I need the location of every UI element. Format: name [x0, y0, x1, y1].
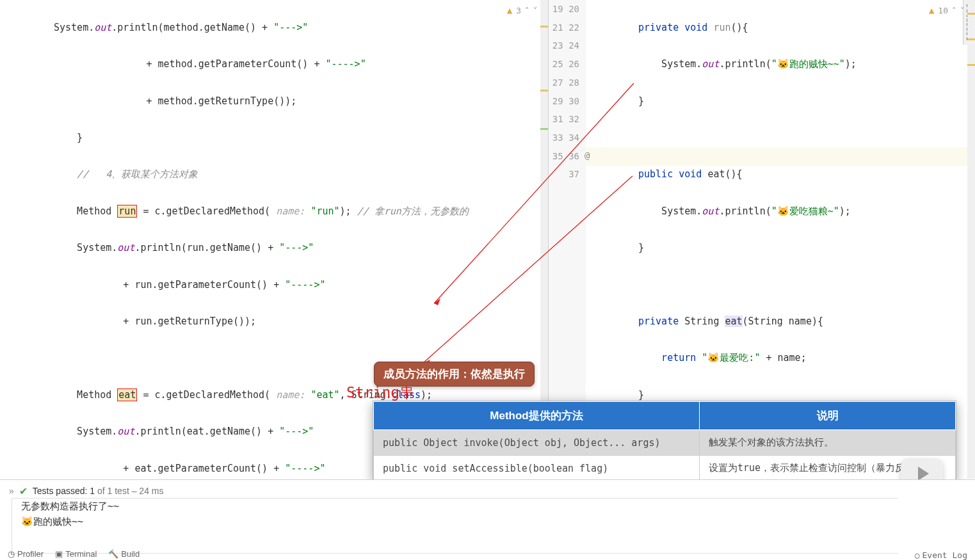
console-line: 无参数构造器执行了~~ — [21, 499, 889, 514]
annotation-label-string: String串 — [346, 383, 414, 403]
event-log-button[interactable]: ○ Event Log — [915, 550, 967, 560]
override-gutter-icon[interactable]: @ — [584, 150, 590, 161]
tab-profiler[interactable]: ◷ Profiler — [8, 549, 44, 559]
tab-build[interactable]: 🔨 Build — [108, 549, 140, 559]
tab-terminal[interactable]: ▣ Terminal — [55, 549, 97, 559]
console-line: 🐱跑的贼快~~ — [21, 514, 889, 529]
popup-th-desc: 说明 — [700, 402, 956, 430]
method-help-popup: Method提供的方法 说明 public Object invoke(Obje… — [373, 401, 956, 482]
bottom-tool-tabs[interactable]: ◷ Profiler ▣ Terminal 🔨 Build — [8, 547, 140, 560]
popup-cell: public void setAccessible(boolean flag) — [374, 456, 700, 481]
check-icon: ✔ — [19, 485, 28, 497]
run-console[interactable]: 无参数构造器执行了~~ 🐱跑的贼快~~ — [12, 498, 898, 554]
popup-cell: public Object invoke(Object obj, Object.… — [374, 430, 700, 456]
marker-bar-right[interactable] — [967, 0, 975, 479]
rerun-icon[interactable]: » — [9, 486, 14, 496]
popup-th-method: Method提供的方法 — [374, 402, 700, 430]
popup-cell: 触发某个对象的该方法执行。 — [700, 430, 956, 456]
tests-passed-label: Tests passed: 1 of 1 test – 24 ms — [33, 486, 164, 496]
